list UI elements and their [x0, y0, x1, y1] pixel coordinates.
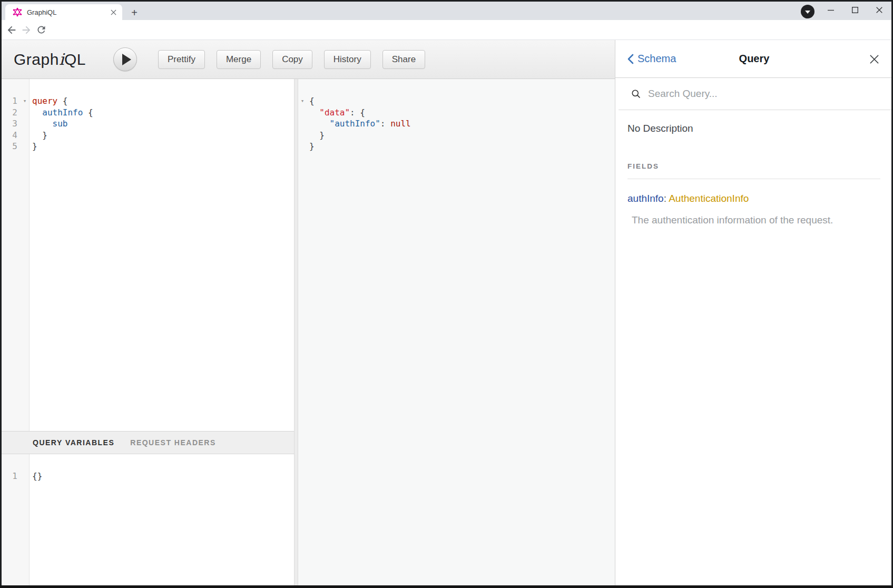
reload-button[interactable] [34, 23, 48, 37]
window-border-top [0, 0, 893, 2]
copy-button[interactable]: Copy [272, 50, 312, 69]
plus-icon: + [131, 7, 138, 19]
query-editor[interactable]: 1▾query {2 authInfo {3 sub4 }5} [0, 79, 294, 431]
fold-gutter [298, 107, 307, 119]
window-controls [819, 2, 891, 18]
doc-search-input[interactable] [648, 88, 869, 100]
fold-arrow-icon[interactable]: ▾ [298, 95, 307, 107]
line-number: 1 [0, 95, 20, 107]
close-icon [111, 9, 116, 15]
field-description: The authentication information of the re… [632, 214, 880, 226]
close-icon [869, 54, 879, 64]
fold-gutter [298, 130, 307, 141]
doc-close-button[interactable] [868, 53, 880, 65]
code-text: } [30, 141, 37, 152]
maximize-button[interactable] [843, 2, 867, 18]
maximize-icon [852, 7, 858, 13]
code-text: } [30, 130, 47, 141]
merge-button[interactable]: Merge [217, 50, 261, 69]
forward-arrow-icon [21, 24, 32, 36]
fields-section-label: FIELDS [627, 162, 880, 170]
code-line: 1▾query { [0, 95, 294, 107]
share-button[interactable]: Share [382, 50, 425, 69]
code-text: } [307, 130, 325, 141]
browser-tab[interactable]: GraphiQL [5, 4, 122, 20]
code-text: {} [30, 471, 42, 482]
field-separator: : [664, 193, 669, 204]
code-line: } [298, 141, 615, 152]
code-text: } [307, 141, 315, 152]
line-number: 4 [0, 130, 20, 141]
variables-title-bar: QUERY VARIABLES REQUEST HEADERS [0, 431, 294, 454]
prettify-button[interactable]: Prettify [158, 50, 205, 69]
minimize-button[interactable] [819, 2, 843, 18]
code-text: sub [30, 118, 67, 130]
fold-gutter [20, 107, 30, 119]
code-line: 2 authInfo { [0, 107, 294, 119]
back-button[interactable] [4, 23, 19, 37]
graphiql-toolbar: GraphiQL PrettifyMergeCopyHistoryShare [0, 40, 615, 79]
fold-gutter [298, 118, 307, 130]
search-icon [631, 89, 642, 100]
result-viewer: ▾{ "data": { "authInfo": null }} [298, 79, 615, 585]
execute-query-button[interactable] [113, 47, 137, 71]
reload-icon [36, 24, 47, 35]
fold-arrow-icon[interactable]: ▾ [20, 95, 30, 107]
code-line: } [298, 130, 615, 141]
fold-gutter [20, 130, 30, 141]
play-icon [122, 54, 131, 65]
code-line: 3 sub [0, 118, 294, 130]
tab-query-variables[interactable]: QUERY VARIABLES [33, 438, 114, 447]
back-arrow-icon [6, 24, 17, 36]
line-number: 3 [0, 118, 20, 130]
field-name-link[interactable]: authInfo [627, 193, 664, 204]
tab-request-headers[interactable]: REQUEST HEADERS [130, 438, 216, 447]
graphiql-logo: GraphiQL [14, 50, 86, 68]
toolbar-buttons: PrettifyMergeCopyHistoryShare [158, 50, 425, 69]
code-text: "authInfo": null [307, 118, 411, 130]
field-type-link[interactable]: AuthenticationInfo [669, 193, 749, 204]
tab-close-button[interactable] [109, 7, 118, 17]
fold-gutter [20, 141, 30, 152]
browser-window: GraphiQL + [0, 0, 893, 588]
graphql-logo-icon [13, 7, 22, 17]
minimize-icon [828, 7, 834, 13]
fields-divider [627, 179, 880, 179]
code-text: { [307, 95, 315, 107]
doc-explorer: Schema Query No Description FIELDS authI… [615, 40, 893, 585]
taskbar-edge [0, 585, 893, 588]
code-line: ▾{ [298, 95, 615, 107]
fold-gutter [298, 141, 307, 152]
line-number: 1 [0, 471, 20, 482]
forward-button[interactable] [19, 23, 34, 37]
line-number: 5 [0, 141, 20, 152]
doc-title: Query [615, 53, 893, 65]
close-window-button[interactable] [867, 2, 891, 18]
code-line: 4 } [0, 130, 294, 141]
code-text: query { [30, 95, 67, 107]
code-line: "authInfo": null [298, 118, 615, 130]
browser-tab-bar: GraphiQL + [0, 0, 893, 20]
tab-search-button[interactable] [801, 5, 815, 18]
code-line: 5} [0, 141, 294, 152]
close-icon [876, 7, 882, 13]
type-description: No Description [627, 123, 880, 134]
code-text: authInfo { [30, 107, 93, 119]
chevron-down-icon [805, 11, 810, 14]
code-line: 1{} [0, 471, 294, 482]
tab-title: GraphiQL [27, 8, 109, 16]
fold-gutter [20, 471, 30, 482]
new-tab-button[interactable]: + [127, 6, 141, 19]
fold-gutter [20, 118, 30, 130]
doc-explorer-body: No Description FIELDS authInfo: Authenti… [615, 110, 893, 226]
field-row: authInfo: AuthenticationInfo [627, 193, 880, 204]
line-number: 2 [0, 107, 20, 119]
window-border-left [0, 0, 2, 588]
history-button[interactable]: History [324, 50, 371, 69]
code-text: "data": { [307, 107, 365, 119]
browser-address-bar: localhost:3000/graphql P [0, 20, 893, 40]
doc-search [619, 78, 893, 110]
variables-editor[interactable]: 1{} [0, 454, 294, 585]
pane-resize-handle[interactable] [294, 79, 298, 585]
code-line: "data": { [298, 107, 615, 119]
